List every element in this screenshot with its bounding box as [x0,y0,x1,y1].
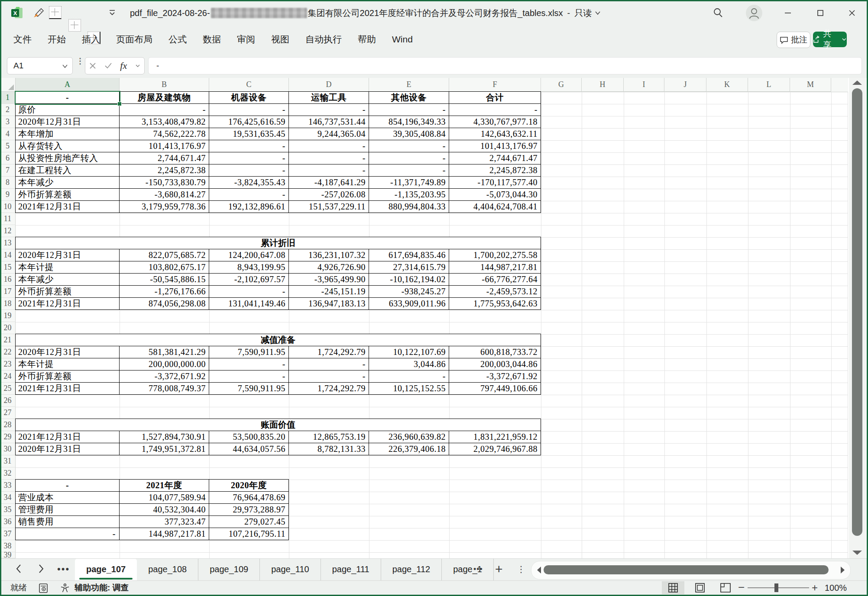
cell-B33[interactable]: 2021年度 [120,480,209,492]
row-header-3[interactable]: 3 [0,116,16,128]
cell-D17[interactable]: -245,151.19 [289,286,369,298]
row-header-25[interactable]: 25 [0,383,16,395]
zoom-level-label[interactable]: 100% [825,581,847,595]
cell-F24[interactable]: -3,372,671.92 [449,370,541,383]
cell-A7[interactable]: 在建工程转入 [16,164,120,177]
cell-B36[interactable]: 377,323.47 [120,516,209,528]
cell-E5[interactable]: - [369,140,449,152]
row-header-19[interactable]: 19 [0,310,16,322]
row-header-17[interactable]: 17 [0,286,16,298]
row-header-34[interactable]: 34 [0,492,16,504]
row-header-2[interactable]: 2 [0,104,16,116]
cell-A2[interactable]: 原价 [16,104,120,116]
row-header-30[interactable]: 30 [0,443,16,455]
row-header-9[interactable]: 9 [0,189,16,201]
row-header-23[interactable]: 23 [0,358,16,370]
border-bottom-icon[interactable] [49,6,62,19]
cell-D1[interactable]: 运输工具 [289,92,369,104]
row-header-22[interactable]: 22 [0,346,16,358]
cell-D15[interactable]: 4,926,726.90 [289,261,369,274]
cell-D23[interactable]: - [289,358,369,370]
sheet-tab-page_111[interactable]: page_111 [321,559,381,581]
cell-F25[interactable]: 797,449,106.66 [449,383,541,395]
cell-A34[interactable]: 营业成本 [16,492,120,504]
accessibility-icon[interactable] [60,583,70,593]
cell-E23[interactable]: 3,044.86 [369,358,449,370]
confirm-entry-icon[interactable] [104,62,112,69]
cell-A23[interactable]: 本年计提 [16,358,120,370]
cell-A24[interactable]: 外币折算差额 [16,370,120,383]
cell-A16[interactable]: 本年减少 [16,274,120,286]
cell-B15[interactable]: 103,802,675.17 [120,261,209,274]
row-header-12[interactable]: 12 [0,225,16,237]
search-icon[interactable] [713,7,724,18]
name-box-chevron-icon[interactable] [62,63,68,69]
cell-B23[interactable]: 200,000,000.00 [120,358,209,370]
zoom-in-button[interactable]: + [812,581,818,594]
row-header-1[interactable]: 1 [0,92,16,104]
cell-B5[interactable]: 101,413,176.97 [120,140,209,152]
cell-D5[interactable]: - [289,140,369,152]
cell-B29[interactable]: 1,527,894,730.91 [120,431,209,443]
row-header-14[interactable]: 14 [0,249,16,261]
comment-button[interactable]: 批注 [777,32,810,48]
sheet-tab-page_112[interactable]: page_112 [381,559,442,581]
menu-tab-开始[interactable]: 开始 [47,26,67,53]
macro-record-icon[interactable] [38,583,49,593]
cell-E3[interactable]: 854,196,349.33 [369,116,449,128]
column-header-G[interactable]: G [541,78,582,92]
cell-E30[interactable]: 226,379,406.18 [369,443,449,455]
close-button[interactable] [842,5,862,21]
menu-tab-文件[interactable]: 文件 [13,26,32,53]
horizontal-scrollbar[interactable] [531,561,851,580]
cell-B30[interactable]: 1,749,951,372.81 [120,443,209,455]
cell-D6[interactable]: - [289,152,369,164]
row-header-8[interactable]: 8 [0,177,16,189]
cell-C1[interactable]: 机器设备 [209,92,289,104]
cell-A36[interactable]: 销售费用 [16,516,120,528]
cell-D3[interactable]: 146,737,531.44 [289,116,369,128]
column-header-B[interactable]: B [120,78,209,92]
cell-F16[interactable]: -66,776,277.64 [449,274,541,286]
cell-C30[interactable]: 44,634,057.56 [209,443,289,455]
maximize-button[interactable] [810,5,830,21]
sheet-tab-page_110[interactable]: page_110 [260,559,321,581]
cell-C37[interactable]: 107,216,795.11 [209,528,289,540]
cell-B14[interactable]: 822,075,685.72 [120,249,209,261]
account-avatar[interactable] [746,5,762,21]
spreadsheet-grid[interactable]: ABCDEFGHIJKLM123456789101112131415161718… [0,78,868,558]
column-header-K[interactable]: K [706,78,748,92]
cell-F17[interactable]: -2,459,573.12 [449,286,541,298]
cell-F2[interactable]: - [449,104,541,116]
cell-A6[interactable]: 从投资性房地产转入 [16,152,120,164]
cell-B6[interactable]: 2,744,671.47 [120,152,209,164]
row-header-37[interactable]: 37 [0,528,16,540]
zoom-out-button[interactable]: − [738,581,745,594]
cell-C16[interactable]: -2,102,697.57 [209,274,289,286]
cell-A35[interactable]: 管理费用 [16,504,120,516]
cell-D7[interactable]: - [289,164,369,177]
cell-C18[interactable]: 131,041,149.46 [209,298,289,310]
sheet-options-dots-icon[interactable]: ⋮ [517,559,525,581]
sheet-tab-page_1[interactable]: page_1 [442,559,494,581]
quick-access-more-icon[interactable] [108,9,116,16]
row-header-10[interactable]: 10 [0,201,16,213]
cell-E15[interactable]: 27,314,615.79 [369,261,449,274]
cell-A3[interactable]: 2020年12月31日 [16,116,120,128]
column-header-C[interactable]: C [209,78,289,92]
sheet-nav-prev-icon[interactable] [14,562,23,575]
scroll-up-icon[interactable] [852,81,862,85]
cell-F3[interactable]: 4,330,767,977.18 [449,116,541,128]
sheet-tab-page_108[interactable]: page_108 [137,559,198,581]
cell-A29[interactable]: 2021年12月31日 [16,431,120,443]
column-header-J[interactable]: J [664,78,706,92]
column-header-F[interactable]: F [449,78,541,92]
scroll-right-icon[interactable] [840,566,846,574]
vertical-scrollbar[interactable] [849,78,866,558]
horizontal-scroll-thumb[interactable] [544,565,829,574]
row-header-35[interactable]: 35 [0,504,16,516]
cancel-entry-icon[interactable] [89,62,96,69]
sheet-list-dots-icon[interactable]: ••• [57,559,70,581]
cell-A30[interactable]: 2020年12月31日 [16,443,120,455]
cell-F18[interactable]: 1,775,953,642.63 [449,298,541,310]
